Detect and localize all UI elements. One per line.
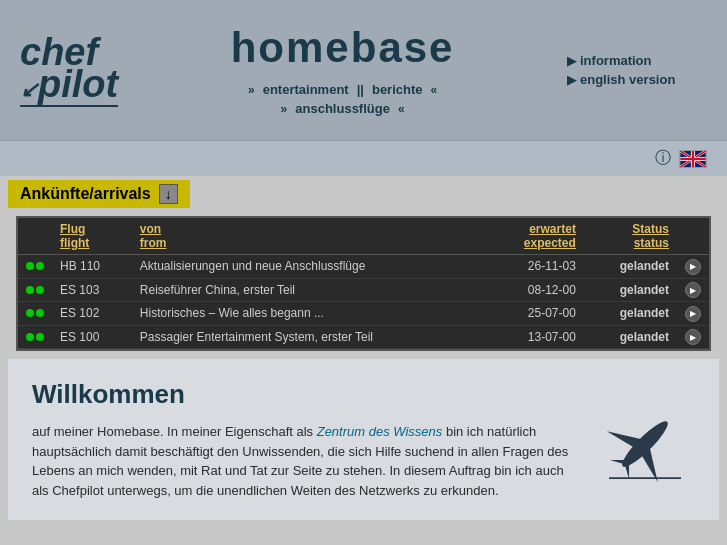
row-from: Historisches – Wie alles begann ... <box>132 302 487 326</box>
dot-green-2 <box>36 333 44 341</box>
dot-green-2 <box>36 286 44 294</box>
row-status: gelandet <box>584 278 677 302</box>
row-dots <box>18 255 52 279</box>
play-button[interactable]: ▶ <box>685 306 701 322</box>
row-expected: 26-11-03 <box>487 255 584 279</box>
plane-svg <box>600 399 690 489</box>
dot-green <box>26 309 34 317</box>
welcome-heading: Willkommen <box>32 379 575 410</box>
site-title: homebase <box>138 24 547 72</box>
nav-entertainment[interactable]: entertainment <box>263 82 349 97</box>
col-dots <box>18 218 52 255</box>
nav-sep: || <box>357 82 364 97</box>
row-flight: HB 110 <box>52 255 132 279</box>
nav-arrow-1: » <box>248 83 255 97</box>
logo-divider <box>20 105 118 107</box>
nav-information[interactable]: ▶ information <box>567 53 652 68</box>
dot-green <box>26 262 34 270</box>
row-flight: ES 103 <box>52 278 132 302</box>
center-nav: homebase » entertainment || berichte « »… <box>118 24 567 116</box>
dot-green <box>26 333 34 341</box>
row-dots <box>18 278 52 302</box>
wissen-link[interactable]: Zentrum des Wissens <box>317 424 443 439</box>
nav-arrow-3: » <box>281 102 288 116</box>
play-button[interactable]: ▶ <box>685 282 701 298</box>
welcome-body-pre: auf meiner Homebase. In meiner Eigenscha… <box>32 424 317 439</box>
row-dots <box>18 325 52 349</box>
col-expected: erwartetexpected <box>487 218 584 255</box>
nav-berichte[interactable]: berichte <box>372 82 423 97</box>
col-action <box>677 218 709 255</box>
arrivals-title: Ankünfte/arrivals <box>20 185 151 203</box>
table-row[interactable]: ES 102 Historisches – Wie alles begann .… <box>18 302 709 326</box>
row-from: Reiseführer China, erster Teil <box>132 278 487 302</box>
row-expected: 25-07-00 <box>487 302 584 326</box>
col-flight: Flugflight <box>52 218 132 255</box>
row-status: gelandet <box>584 302 677 326</box>
play-button[interactable]: ▶ <box>685 259 701 275</box>
row-action[interactable]: ▶ <box>677 302 709 326</box>
table-row[interactable]: ES 103 Reiseführer China, erster Teil 08… <box>18 278 709 302</box>
welcome-section: Willkommen auf meiner Homebase. In meine… <box>8 359 719 520</box>
right-arrow-2: ▶ <box>567 73 576 87</box>
row-status: gelandet <box>584 255 677 279</box>
arrivals-section: Flugflight vonfrom erwartetexpected Stat… <box>16 216 711 351</box>
row-action[interactable]: ▶ <box>677 278 709 302</box>
row-from: Aktualisierungen und neue Anschlussflüge <box>132 255 487 279</box>
row-action[interactable]: ▶ <box>677 255 709 279</box>
dot-green-2 <box>36 262 44 270</box>
nav-english-version[interactable]: ▶ english version <box>567 72 675 87</box>
row-expected: 08-12-00 <box>487 278 584 302</box>
information-label: information <box>580 53 652 68</box>
right-nav: ▶ information ▶ english version <box>567 53 707 87</box>
nav-arrow-2: « <box>431 83 438 97</box>
row-expected: 13-07-00 <box>487 325 584 349</box>
nav-anschlussfluge[interactable]: anschlussflüge <box>295 101 390 116</box>
col-from: vonfrom <box>132 218 487 255</box>
arrivals-container: Ankünfte/arrivals ↓ Flugflight vonfrom e… <box>8 180 719 351</box>
table-header-row: Flugflight vonfrom erwartetexpected Stat… <box>18 218 709 255</box>
arrivals-header: Ankünfte/arrivals ↓ <box>8 180 190 208</box>
english-version-label: english version <box>580 72 675 87</box>
row-flight: ES 102 <box>52 302 132 326</box>
sort-button[interactable]: ↓ <box>159 184 178 204</box>
uk-flag-icon[interactable] <box>679 150 707 168</box>
header: chef ↙pilot homebase » entertainment || … <box>0 0 727 140</box>
logo-area: chef ↙pilot <box>20 33 118 107</box>
row-flight: ES 100 <box>52 325 132 349</box>
welcome-text: Willkommen auf meiner Homebase. In meine… <box>32 379 575 500</box>
play-button[interactable]: ▶ <box>685 329 701 345</box>
info-icon[interactable]: ⓘ <box>655 148 671 169</box>
row-from: Passagier Entertainment System, erster T… <box>132 325 487 349</box>
icon-bar: ⓘ <box>0 140 727 176</box>
nav-arrow-4: « <box>398 102 405 116</box>
nav-row-2: » anschlussflüge « <box>281 101 405 116</box>
row-status: gelandet <box>584 325 677 349</box>
row-action[interactable]: ▶ <box>677 325 709 349</box>
dot-green <box>26 286 34 294</box>
row-dots <box>18 302 52 326</box>
flights-table: Flugflight vonfrom erwartetexpected Stat… <box>18 218 709 349</box>
nav-row-1: » entertainment || berichte « <box>248 82 437 97</box>
dot-green-2 <box>36 309 44 317</box>
flights-tbody: HB 110 Aktualisierungen und neue Anschlu… <box>18 255 709 349</box>
table-row[interactable]: ES 100 Passagier Entertainment System, e… <box>18 325 709 349</box>
nav-links: » entertainment || berichte « » anschlus… <box>138 82 547 116</box>
logo: chef ↙pilot <box>20 33 118 107</box>
welcome-body: auf meiner Homebase. In meiner Eigenscha… <box>32 422 575 500</box>
plane-icon <box>595 379 695 489</box>
logo-pilot: ↙pilot <box>20 65 118 103</box>
col-status: Statusstatus <box>584 218 677 255</box>
right-arrow-1: ▶ <box>567 54 576 68</box>
table-row[interactable]: HB 110 Aktualisierungen und neue Anschlu… <box>18 255 709 279</box>
